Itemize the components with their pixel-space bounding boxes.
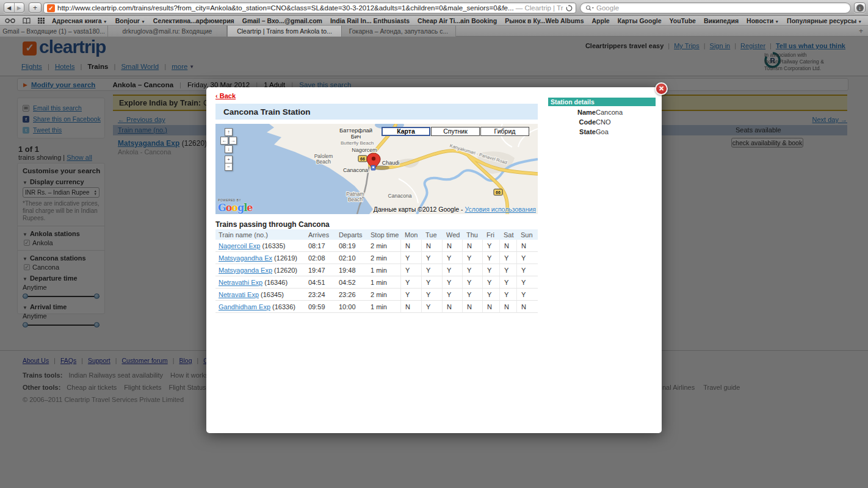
new-tab-button[interactable]: + [29,2,42,13]
slider-handle-left[interactable] [23,322,28,328]
map-pan-up[interactable]: ↑ [225,128,233,136]
arrival-time-section[interactable]: ▼Arrival time [23,303,99,310]
back-button[interactable]: ◀ [4,3,15,12]
slider-handle-left[interactable] [23,293,28,299]
footer-link[interactable]: Support [88,357,110,364]
reload-icon[interactable] [566,5,573,12]
bookmark-item[interactable]: Википедия [704,17,739,24]
map-type-gibrid[interactable]: Гибрид [480,127,529,136]
nav-hotels[interactable]: Hotels [55,63,75,70]
cleartrip-logo-icon[interactable]: ✓ [23,41,37,56]
footer-tool-link[interactable]: Flight Status [168,384,206,391]
show-all-link[interactable]: Show all [67,154,92,161]
feedback-link[interactable]: Tell us what you think [776,42,845,49]
nav-flights[interactable]: Flights [21,63,42,70]
footer-tool-link[interactable]: Indian Railways seat availability [68,371,163,379]
bookmark-item[interactable]: India Rail In... Enthusiasts [330,17,410,24]
nav-more[interactable]: more [172,63,187,70]
map-type-sputnik[interactable]: Спутник [431,127,480,136]
arrives-time: 19:47 [308,264,338,276]
tab-gmail[interactable]: Gmail – Входящие (1) – vasta180... [0,26,108,37]
train-link[interactable]: Netravathi Exp [219,279,262,286]
ankola-checkbox[interactable]: ✓ [24,240,30,246]
my-trips-link[interactable]: My Trips [674,42,700,49]
bookmark-item[interactable]: Популярные ресурсы▼ [787,17,862,24]
bookmark-item[interactable]: Apple [592,17,610,24]
previous-day-link[interactable]: ← Previous day [118,116,165,123]
train-link[interactable]: Netravati Exp [219,291,259,298]
nav-small-world[interactable]: Small World [121,63,159,70]
new-tab-plus-icon[interactable]: + [859,26,863,37]
nav-trains[interactable]: Trains [87,63,108,70]
train-link[interactable]: Gandhidham Exp [219,303,270,310]
map-pan-right[interactable]: → [229,137,237,145]
map-type-karta[interactable]: Карта [382,127,430,136]
modify-search-button[interactable]: Modify your search [31,81,95,88]
slider-handle-right[interactable] [94,293,99,299]
topsites-grid-icon[interactable] [38,18,45,24]
currency-select[interactable]: INR Rs. – Indian Rupee▲▼ [23,187,99,198]
arrival-time-slider[interactable] [23,322,99,328]
facebook-share-link[interactable]: Share this on Facebook [33,115,101,123]
slider-handle-right[interactable] [94,322,99,328]
bookmark-item[interactable]: Bonjour▼ [115,17,145,24]
close-button[interactable]: ✕ [655,82,668,95]
footer-tool-link[interactable]: Flight tickets [124,384,161,391]
cancona-checkbox[interactable]: ✓ [24,264,30,270]
day-cell: N [482,301,499,312]
svg-text:Beach: Beach [348,196,363,203]
search-bar[interactable]: Google [580,2,851,13]
table-column-header: Mon [400,229,421,240]
bookmark-item[interactable]: Новости▼ [747,17,779,24]
map-pan-left[interactable]: ← [220,137,228,145]
day-cell: Y [400,276,421,288]
back-link[interactable]: ‹ Back [215,92,236,99]
train-link[interactable]: Matsyaganda Exp [118,139,179,148]
cleartrip-logo-text[interactable]: cleartrip [39,37,106,57]
map-pan-down[interactable]: ↓ [225,145,233,153]
cancona-stations-section[interactable]: ▼Cancona stations [23,254,99,262]
google-map[interactable]: 66 66 Баттерфлай Бич Butterfly Beach Pal… [215,124,538,214]
search-placeholder: Google [596,4,619,12]
train-link[interactable]: Matsyaganda Exp [219,267,272,274]
tab-cleartrip-active[interactable]: Cleartrip | Trains from Ankola to... [227,26,342,37]
check-availability-button[interactable]: check availability & book [731,138,803,148]
tab-gokarna[interactable]: Гокарна – Агонда, запуталась с... [342,26,456,37]
departure-time-slider[interactable] [23,293,99,300]
bookmark-item[interactable]: Адресная книга▼ [52,17,107,24]
day-cell: Y [442,289,462,300]
address-bar[interactable]: ✓ http://www.cleartrip.com/trains/result… [43,2,576,13]
tweet-link[interactable]: Tweet this [33,126,62,134]
tab-mailru[interactable]: drkruglova@mail.ru: Входящие [108,26,227,37]
bookmark-item[interactable]: Cheap Air Ti...ain Booking [418,17,497,24]
footer-link[interactable]: Customer forum [121,357,167,364]
register-link[interactable]: Register [740,42,765,49]
bookmark-item[interactable]: YouTube [670,17,696,24]
next-day-link[interactable]: Next day → [812,116,847,123]
bookmarks-book-icon[interactable] [23,18,31,24]
column-train-name[interactable]: Train name (no.) [118,126,167,134]
day-cell: Y [499,289,516,300]
footer-link[interactable]: About Us [23,357,49,364]
bookmark-item[interactable]: Селективна...арфюмерия [153,17,234,24]
display-currency-section[interactable]: ▼Display currency [23,178,99,185]
ankola-stations-section[interactable]: ▼Ankola stations [23,230,99,237]
train-link[interactable]: Matsyagandha Ex [219,254,272,262]
svg-text:66: 66 [496,190,501,195]
map-zoom-out[interactable]: − [225,163,233,171]
footer-link[interactable]: FAQs [60,357,76,364]
reader-glasses-icon[interactable] [5,18,15,23]
train-link[interactable]: Nagercoil Exp [219,242,260,249]
terms-link[interactable]: Условия использования [465,206,536,213]
bookmark-item[interactable]: Рынок в Ку...Web Albums [505,17,584,24]
downloads-button[interactable]: ↓ [854,2,866,13]
footer-link[interactable]: Blog [179,357,192,364]
footer-tool-link[interactable]: How it works [170,371,208,379]
departure-time-section[interactable]: ▼Departure time [23,274,99,282]
bookmark-item[interactable]: Карты Google [618,17,662,24]
sign-in-link[interactable]: Sign in [710,42,731,49]
footer-tool-link[interactable]: Cheap air tickets [67,384,117,391]
email-search-link[interactable]: Email this search [33,104,82,112]
forward-button[interactable]: ▶ [15,3,24,12]
bookmark-item[interactable]: Gmail – Вхо...@gmail.com [242,17,322,24]
